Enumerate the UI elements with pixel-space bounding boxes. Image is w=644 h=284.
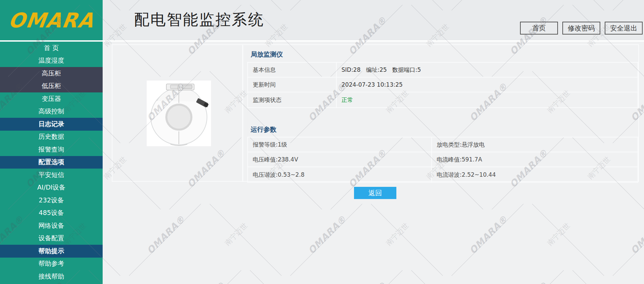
watermark-line (492, 270, 564, 284)
watermark-text-brand: OMARA® (467, 214, 510, 256)
sidebar-item-safety-sms[interactable]: 平安短信 (0, 169, 103, 181)
watermark-text-brand: OMARA® (306, 214, 348, 256)
table-row: 电压峰值:238.4V 电流峰值:591.7A (248, 152, 638, 167)
logo: OMARA (0, 0, 103, 40)
ct-clamp-device-image (147, 81, 211, 146)
watermark-line (129, 204, 201, 276)
table-row: 电压谐波:0.53~2.8 电流谐波:2.52~10.44 (248, 167, 638, 182)
table-row: 基本信息 SID:28 编址:25 数据端口:5 (248, 63, 638, 78)
sidebar-item-232-device[interactable]: 232设备 (0, 194, 103, 207)
sidebar-item-device-config[interactable]: 设备配置 (0, 232, 103, 245)
header-nav: 首页 修改密码 安全退出 (520, 22, 643, 35)
device-photo (147, 81, 211, 146)
watermark-text-cn: 南宁迈世 (223, 221, 249, 247)
panel-divider (242, 45, 243, 181)
basic-info-table: 基本信息 SID:28 编址:25 数据端口:5 更新时间 2024-07-23… (247, 62, 638, 108)
safe-logout-button[interactable]: 安全退出 (605, 22, 643, 35)
sidebar-item-alarm-query[interactable]: 报警查询 (0, 143, 103, 156)
table-row: 报警等级:1级 放电类型:悬浮放电 (248, 137, 638, 152)
row-label: 更新时间 (248, 78, 337, 92)
row-value: SID:28 编址:25 数据端口:5 (337, 63, 638, 77)
status-badge: 正常 (337, 92, 638, 107)
section-title-run-params: 运行参数 (251, 125, 276, 134)
logo-text: OMARA (7, 8, 96, 32)
sidebar-section-logs[interactable]: 日志记录 (0, 118, 103, 131)
watermark-text-brand: OMARA® (346, 280, 389, 284)
sidebar: OMARA 首 页 温度湿度 高压柜 低压柜 变压器 高级控制 日志记录 历史数… (0, 0, 103, 284)
watermark-line (169, 270, 242, 284)
watermark-text-brand: OMARA® (185, 280, 227, 284)
row-label: 基本信息 (248, 63, 337, 77)
watermark-line (331, 270, 403, 284)
param-cell: 电流峰值:591.7A (432, 152, 638, 167)
watermark-text-cn: 南宁迈世 (384, 221, 411, 247)
header-divider (0, 40, 644, 42)
change-password-button[interactable]: 修改密码 (562, 22, 600, 35)
sidebar-item-aidi-device[interactable]: AI/DI设备 (0, 181, 103, 194)
sidebar-item-history-data[interactable]: 历史数据 (0, 131, 103, 144)
param-cell: 电压谐波:0.53~2.8 (248, 167, 432, 182)
section-title-pd-monitor: 局放监测仪 (251, 50, 283, 59)
watermark-line (371, 204, 443, 276)
back-button[interactable]: 返回 (354, 187, 396, 199)
sidebar-item-transformer[interactable]: 变压器 (0, 92, 103, 105)
watermark-line (290, 204, 362, 276)
sidebar-item-wiring-help[interactable]: 接线帮助 (0, 270, 103, 283)
watermark-line (411, 270, 483, 284)
sidebar-menu: 首 页 温度湿度 高压柜 低压柜 变压器 高级控制 日志记录 历史数据 报警查询… (0, 42, 103, 283)
page-title: 配电智能监控系统 (134, 9, 264, 30)
param-cell: 报警等级:1级 (248, 137, 432, 152)
param-cell: 放电类型:悬浮放电 (432, 137, 638, 152)
watermark-text-cn: 南宁迈世 (545, 221, 572, 247)
run-params-table: 报警等级:1级 放电类型:悬浮放电 电压峰值:238.4V 电流峰值:591.7… (247, 137, 638, 183)
header-bar: 配电智能监控系统 首页 修改密码 安全退出 (103, 0, 644, 40)
sidebar-item-home[interactable]: 首 页 (0, 42, 103, 54)
row-value: 2024-07-23 10:13:25 (337, 78, 638, 92)
home-button[interactable]: 首页 (520, 22, 558, 35)
watermark-line (452, 204, 524, 276)
watermark-line (532, 204, 604, 276)
watermark-line (210, 204, 282, 276)
watermark-line (573, 270, 644, 284)
sidebar-item-advanced-control[interactable]: 高级控制 (0, 105, 103, 118)
watermark-line (613, 204, 644, 276)
sidebar-item-485-device[interactable]: 485设备 (0, 207, 103, 220)
row-label: 监测项状态 (248, 92, 337, 107)
watermark-text-brand: OMARA® (507, 280, 550, 284)
param-cell: 电压峰值:238.4V (248, 152, 432, 167)
sidebar-section-config[interactable]: 配置选项 (0, 156, 103, 169)
param-cell: 电流谐波:2.52~10.44 (432, 167, 638, 182)
table-row: 监测项状态 正常 (248, 92, 638, 107)
sidebar-item-temp-humidity[interactable]: 温度湿度 (0, 54, 103, 67)
watermark-line (250, 270, 322, 284)
sidebar-item-lv-cabinet[interactable]: 低压柜 (0, 80, 103, 93)
watermark-text-brand: OMARA® (145, 214, 187, 256)
sidebar-section-help[interactable]: 帮助提示 (0, 245, 103, 258)
watermark-text-brand: OMARA® (628, 214, 644, 256)
sidebar-item-network-device[interactable]: 网络设备 (0, 219, 103, 232)
sidebar-item-hv-cabinet[interactable]: 高压柜 (0, 67, 103, 80)
device-detail-panel: 局放监测仪 基本信息 SID:28 编址:25 数据端口:5 更新时间 2024… (112, 44, 639, 182)
sidebar-item-help-reference[interactable]: 帮助参考 (0, 258, 103, 270)
table-row: 更新时间 2024-07-23 10:13:25 (248, 78, 638, 92)
